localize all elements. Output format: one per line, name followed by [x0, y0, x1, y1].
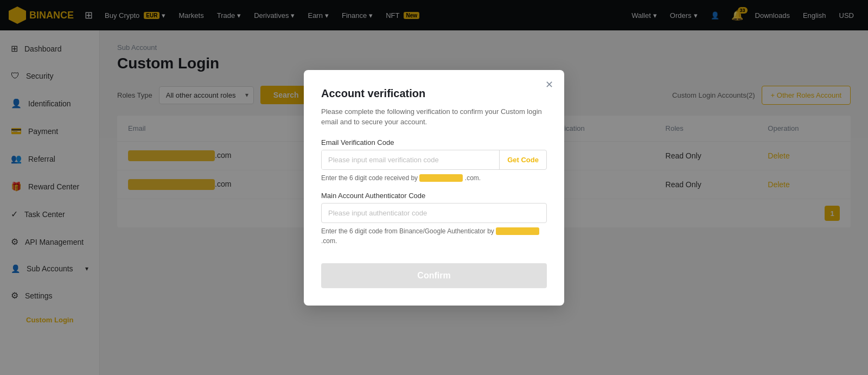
email-code-label: Email Verification Code [321, 138, 547, 147]
modal-description: Please complete the following verificati… [321, 106, 547, 128]
close-button[interactable]: ✕ [545, 79, 553, 91]
modal-overlay: Account verification ✕ Please complete t… [0, 0, 868, 375]
email-code-input[interactable] [322, 150, 499, 169]
email-hint-blurred [419, 174, 463, 182]
email-code-hint: Enter the 6 digit code received by .com. [321, 173, 547, 183]
confirm-button[interactable]: Confirm [321, 263, 547, 288]
auth-hint-blurred [496, 227, 539, 235]
auth-code-input[interactable] [321, 203, 547, 223]
get-code-button[interactable]: Get Code [499, 150, 546, 169]
modal-title: Account verification [321, 87, 547, 100]
account-verification-modal: Account verification ✕ Please complete t… [304, 70, 564, 306]
email-code-input-row: Get Code [321, 150, 547, 170]
auth-code-label: Main Account Authenticator Code [321, 192, 547, 200]
auth-code-hint: Enter the 6 digit code from Binance/Goog… [321, 226, 547, 246]
